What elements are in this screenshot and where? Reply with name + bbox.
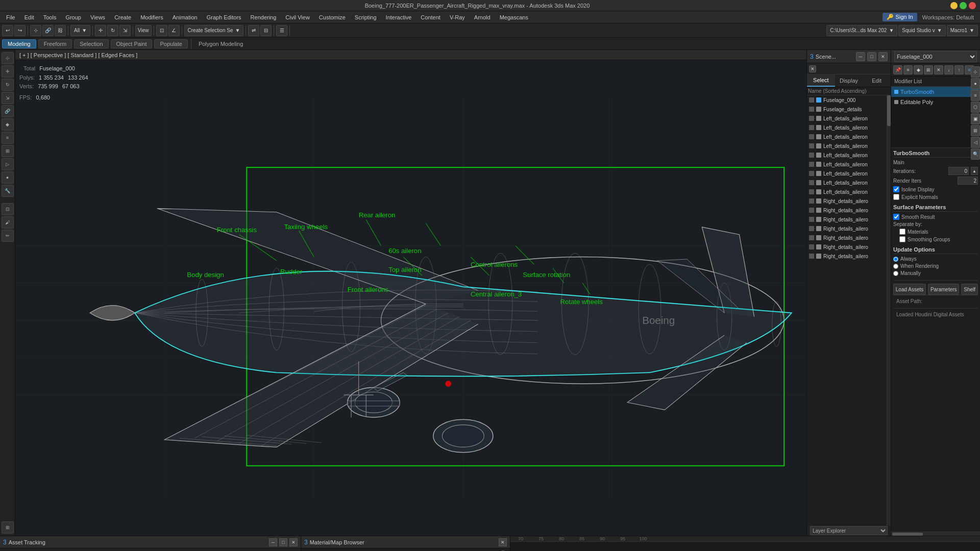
manually-radio[interactable] — [893, 271, 898, 276]
sidebar-hierarchy[interactable]: ⊞ — [2, 145, 14, 157]
sidebar-snap[interactable]: ⊡ — [2, 203, 14, 215]
material-close-btn[interactable]: ✕ — [499, 538, 507, 546]
mirror-btn[interactable]: ⇌ — [248, 25, 259, 36]
menu-modifiers[interactable]: Modifiers — [136, 13, 167, 21]
mod-btn2[interactable]: ◆ — [914, 65, 923, 74]
menu-workspace[interactable]: Workspaces: Default — [918, 13, 978, 21]
scene-right-btn1[interactable]: ⊹ — [971, 66, 980, 78]
scene-item-0[interactable]: Fuselage_000 — [807, 95, 891, 105]
rotate-btn[interactable]: ↻ — [107, 25, 118, 36]
tab-populate[interactable]: Populate — [154, 39, 187, 48]
menu-signin[interactable]: 🔑 Sign In — [883, 13, 917, 21]
tab-freeform[interactable]: Freeform — [38, 39, 72, 48]
sidebar-display[interactable]: ● — [2, 171, 14, 184]
render-iters-input[interactable] — [958, 177, 978, 185]
layer-btn[interactable]: ☰ — [276, 25, 287, 36]
menu-arnold[interactable]: Arnold — [470, 13, 495, 21]
isoline-checkbox[interactable] — [893, 186, 899, 192]
scene-item-10[interactable]: Left_details_aileron — [807, 187, 891, 196]
scene-item-14[interactable]: Right_details_ailero — [807, 224, 891, 233]
scene-right-btn4[interactable]: ⬡ — [971, 102, 980, 113]
scene-scrollbar-thumb[interactable] — [887, 95, 891, 126]
minimize-button[interactable] — [950, 2, 958, 9]
sidebar-viewport-layout[interactable]: ⊞ — [2, 521, 14, 534]
shelf-btn[interactable]: Shelf — [961, 284, 978, 295]
menu-edit[interactable]: Edit — [20, 13, 38, 21]
scene-item-3[interactable]: Left_details_aileron — [807, 123, 891, 132]
scene-right-btn3[interactable]: ≡ — [971, 90, 980, 101]
iterations-input[interactable] — [948, 167, 969, 175]
viewport-canvas[interactable]: Total Fuselage_000 Polys: 1 355 234 133 … — [15, 60, 806, 536]
workspace-select[interactable]: Squid Studio v▼ — [898, 25, 945, 36]
menu-customize[interactable]: Customize — [315, 13, 350, 21]
menu-rendering[interactable]: Rendering — [247, 13, 281, 21]
layer-explorer-select[interactable]: Layer Explorer — [810, 526, 888, 535]
tab-object-paint[interactable]: Object Paint — [111, 39, 153, 48]
asset-close-btn[interactable]: ✕ — [289, 538, 298, 546]
scene-item-11[interactable]: Right_details_ailero — [807, 196, 891, 206]
scene-close-btn[interactable]: ✕ — [878, 52, 888, 61]
scene-item-9[interactable]: Left_details_aileron — [807, 178, 891, 187]
asset-min-btn[interactable]: ─ — [269, 538, 277, 546]
view-btn[interactable]: View — [135, 25, 152, 36]
pin-btn[interactable]: 📌 — [893, 65, 902, 74]
sidebar-select[interactable]: ⊹ — [2, 52, 14, 64]
select-filter[interactable]: All▼ — [70, 25, 90, 36]
iterations-up[interactable]: ▲ — [971, 167, 978, 175]
sidebar-modify[interactable]: ≡ — [2, 132, 14, 144]
scene-item-16[interactable]: Right_details_ailero — [807, 242, 891, 252]
object-name-select[interactable]: Fuselage_000 — [894, 51, 977, 62]
mod-btn6[interactable]: ↑ — [954, 65, 964, 74]
file-path[interactable]: C:\Users\St...ds Max 202▼ — [826, 25, 897, 36]
scene-right-btn6[interactable]: ⊞ — [971, 125, 980, 136]
sidebar-edit[interactable]: ✏ — [2, 230, 14, 242]
close-button[interactable] — [969, 2, 976, 9]
scene-item-7[interactable]: Left_details_aileron — [807, 160, 891, 169]
menu-scripting[interactable]: Scripting — [351, 13, 381, 21]
smoothing-groups-checkbox[interactable] — [899, 236, 905, 242]
scene-item-5[interactable]: Left_details_aileron — [807, 141, 891, 151]
scene-item-12[interactable]: Right_details_ailero — [807, 206, 891, 215]
scene-list[interactable]: Fuselage_000 Fuselage_details Left_detai… — [807, 95, 891, 525]
parameters-btn[interactable]: Parameters — [928, 284, 959, 295]
maximize-button[interactable] — [960, 2, 967, 9]
scene-item-17[interactable]: Right_details_ailero — [807, 252, 891, 261]
sidebar-link[interactable]: 🔗 — [2, 105, 14, 117]
menu-group[interactable]: Group — [61, 13, 85, 21]
scene-item-13[interactable]: Right_details_ailero — [807, 215, 891, 224]
scene-right-btn8[interactable]: 🔍 — [971, 148, 980, 160]
material-search-input[interactable] — [301, 548, 510, 551]
scene-item-4[interactable]: Left_details_aileron — [807, 132, 891, 141]
modifier-editable-poly[interactable]: Editable Poly — [891, 97, 980, 107]
scene-right-btn5[interactable]: ▣ — [971, 113, 980, 124]
scene-max-btn[interactable]: □ — [867, 52, 876, 61]
mod-btn4[interactable]: ✕ — [934, 65, 943, 74]
menu-vray[interactable]: V-Ray — [446, 13, 469, 21]
always-radio[interactable] — [893, 257, 898, 262]
sidebar-rotate[interactable]: ↻ — [2, 79, 14, 91]
scene-min-btn[interactable]: ─ — [856, 52, 865, 61]
mod-btn5[interactable]: ↓ — [944, 65, 953, 74]
scene-tab-display[interactable]: Display — [835, 74, 863, 87]
link-btn[interactable]: 🔗 — [42, 25, 54, 36]
macro-select[interactable]: Macro1▼ — [947, 25, 978, 36]
menu-graph-editors[interactable]: Graph Editors — [203, 13, 246, 21]
menu-content[interactable]: Content — [416, 13, 445, 21]
scene-tab-select[interactable]: Select — [807, 74, 835, 87]
materials-checkbox[interactable] — [899, 229, 905, 235]
redo-btn[interactable]: ↪ — [14, 25, 26, 36]
select-btn[interactable]: ⊹ — [30, 25, 41, 36]
scene-item-15[interactable]: Right_details_ailero — [807, 233, 891, 242]
sidebar-paint[interactable]: 🖌 — [2, 216, 14, 229]
modifier-scrollbar-thumb-h[interactable] — [892, 533, 923, 536]
undo-btn[interactable]: ↩ — [2, 25, 13, 36]
menu-tools[interactable]: Tools — [39, 13, 61, 21]
explicit-normals-checkbox[interactable] — [893, 194, 899, 200]
scene-scrollbar[interactable] — [887, 95, 891, 525]
when-rendering-radio[interactable] — [893, 264, 898, 269]
snap-btn[interactable]: ⊡ — [156, 25, 167, 36]
sidebar-utilities[interactable]: 🔧 — [2, 185, 14, 197]
menu-interactive[interactable]: Interactive — [382, 13, 416, 21]
sidebar-motion[interactable]: ▷ — [2, 158, 14, 170]
menu-file[interactable]: File — [2, 13, 19, 21]
